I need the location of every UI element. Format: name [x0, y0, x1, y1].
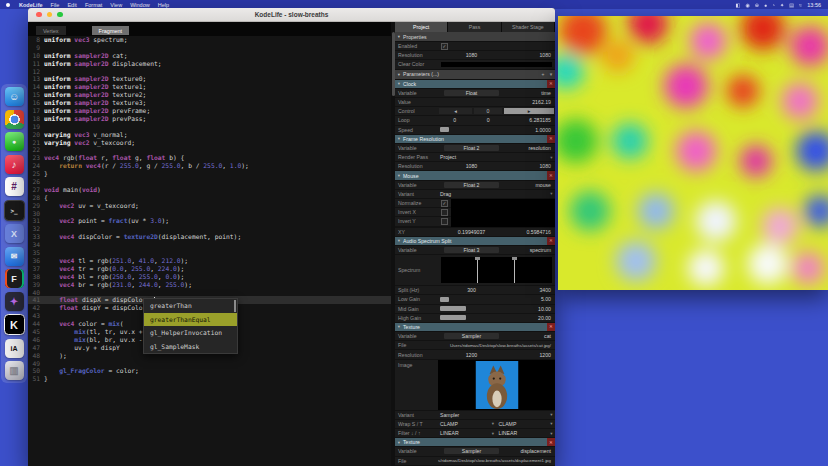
menu-window[interactable]: Window — [126, 2, 154, 8]
cat-filter-mag-dropdown[interactable]: LINEAR — [497, 430, 549, 436]
autocomplete-scrollbar[interactable] — [234, 300, 236, 312]
apple-menu-icon[interactable] — [6, 3, 10, 7]
code-line-10[interactable]: 10uniform sampler2D cat; — [28, 52, 395, 60]
dock-chrome-icon[interactable] — [5, 110, 24, 129]
code-line-12[interactable]: 12 — [28, 68, 395, 76]
code-line-27[interactable]: 27void main(void) — [28, 186, 395, 194]
audio-name-field[interactable]: spectrum — [505, 247, 555, 253]
code-line-24[interactable]: 24 return vec4(r / 255.0, g / 255.0, b /… — [28, 162, 395, 170]
dock-mail-icon[interactable]: ✉ — [5, 247, 24, 266]
code-line-36[interactable]: 36 vec4 tl = rgb(251.0, 41.0, 212.0); — [28, 257, 395, 265]
mouse-type-dropdown[interactable]: Float 2 — [444, 182, 499, 188]
dock-ia-writer-icon[interactable]: iA — [5, 339, 24, 358]
code-line-38[interactable]: 38 vec4 bl = rgb(250.0, 255.0, 0.0); — [28, 273, 395, 281]
code-line-37[interactable]: 37 vec4 tr = rgb(0.0, 255.0, 224.0); — [28, 265, 395, 273]
timemachine-icon[interactable]: ◔ — [770, 2, 778, 8]
clock-step-field[interactable]: 0 — [474, 108, 502, 114]
code-line-30[interactable]: 30 — [28, 210, 395, 218]
code-line-50[interactable]: 50 gl_FragColor = color; — [28, 367, 395, 375]
split-handle-low[interactable] — [477, 257, 478, 283]
dock-imovie-icon[interactable]: ✦ — [5, 292, 24, 311]
high-gain-value[interactable]: 20.00 — [505, 315, 555, 321]
code-line-16[interactable]: 16uniform sampler2D texture3; — [28, 99, 395, 107]
high-gain-slider[interactable] — [440, 315, 466, 320]
code-line-20[interactable]: 20varying vec3 v_normal; — [28, 131, 395, 139]
code-line-15[interactable]: 15uniform sampler2D texture2; — [28, 91, 395, 99]
audio-type-dropdown[interactable]: Float 3 — [444, 247, 499, 253]
mid-gain-value[interactable]: 10.00 — [505, 306, 555, 312]
code-line-29[interactable]: 29 vec2 uv = v_texcoord; — [28, 202, 395, 210]
section-texture-displacement[interactable]: ▾ Texture ✕ — [395, 438, 555, 447]
remove-clock-icon[interactable]: ✕ — [547, 80, 555, 88]
code-line-14[interactable]: 14uniform sampler2D texture1; — [28, 83, 395, 91]
low-gain-slider[interactable] — [440, 297, 449, 302]
fr-width-field[interactable]: 1080 — [438, 163, 505, 169]
speed-value[interactable]: 1.0000 — [505, 127, 555, 133]
loop-enabled-field[interactable]: 0 — [438, 117, 472, 123]
section-properties[interactable]: ▾ Properties — [395, 32, 555, 42]
add-parameter-icon[interactable]: + — [539, 71, 547, 77]
tab-fragment[interactable]: Fragment — [92, 26, 130, 35]
code-line-32[interactable]: 32 — [28, 225, 395, 233]
code-line-34[interactable]: 34 — [28, 241, 395, 249]
menu-format[interactable]: Format — [81, 2, 106, 8]
code-editor[interactable]: Vertex Fragment 8uniform vec3 spectrum;9… — [28, 22, 395, 466]
normalize-checkbox[interactable]: ✓ — [441, 200, 448, 207]
autocomplete-item-gl_HelperInvocation[interactable]: gl_HelperInvocation — [144, 326, 237, 340]
tab-pass[interactable]: Pass — [448, 22, 501, 32]
code-line-26[interactable]: 26 — [28, 178, 395, 186]
code-line-13[interactable]: 13uniform sampler2D texture0; — [28, 75, 395, 83]
dock-terminal-icon[interactable]: >_ — [4, 200, 25, 221]
mouse-trackpad[interactable] — [451, 199, 555, 227]
split-high-field[interactable]: 3400 — [505, 287, 555, 293]
code-line-49[interactable]: 49 — [28, 360, 395, 368]
code-line-51[interactable]: 51} — [28, 375, 395, 383]
code-line-8[interactable]: 8uniform vec3 spectrum; — [28, 36, 395, 44]
spectrum-display[interactable] — [441, 257, 552, 283]
remove-audio-icon[interactable]: ✕ — [547, 237, 555, 245]
resolution-width-field[interactable]: 1080 — [438, 52, 505, 58]
tab-project[interactable]: Project — [395, 22, 448, 32]
dock-trash-icon[interactable]: ▥ — [5, 361, 24, 380]
section-mouse[interactable]: ▾ Mouse ✕ — [395, 171, 555, 180]
code-line-17[interactable]: 17uniform sampler2D prevFrame; — [28, 107, 395, 115]
display-icon[interactable]: ◧ — [733, 2, 743, 8]
code-line-31[interactable]: 31 vec2 point = fract(uv * 3.0); — [28, 217, 395, 225]
dock-xcode-icon[interactable]: X — [5, 224, 24, 243]
code-line-40[interactable]: 40 — [28, 289, 395, 297]
resolution-height-field[interactable]: 1080 — [505, 52, 555, 58]
dock-slack-icon[interactable]: # — [5, 177, 24, 196]
dock-kodelife-icon[interactable]: K — [4, 314, 25, 335]
autocomplete-item-greaterThan[interactable]: greaterThan — [144, 299, 237, 313]
render-pass-dropdown[interactable]: Project — [438, 154, 548, 160]
section-parameters[interactable]: ▾ Parameters (...) + ▾ — [395, 70, 555, 80]
loop-start-field[interactable]: 0 — [472, 117, 506, 123]
wifi-icon[interactable]: ≈ — [796, 2, 804, 8]
menu-kodelife[interactable]: KodeLife — [15, 2, 47, 8]
cat-type-dropdown[interactable]: Sampler — [444, 333, 499, 339]
code-line-21[interactable]: 21varying vec2 v_texcoord; — [28, 139, 395, 147]
remove-mouse-icon[interactable]: ✕ — [547, 171, 555, 179]
cat-wrap-s-dropdown[interactable]: CLAMP — [438, 421, 490, 427]
tab-vertex[interactable]: Vertex — [36, 26, 66, 35]
dock-figma-icon[interactable]: F — [5, 269, 24, 288]
fr-name-field[interactable]: resolution — [505, 145, 555, 151]
fr-height-field[interactable]: 1080 — [505, 163, 555, 169]
code-line-11[interactable]: 11uniform sampler2D displacement; — [28, 60, 395, 68]
low-gain-value[interactable]: 5.00 — [505, 296, 555, 302]
tab-shader-stage[interactable]: Shader Stage — [502, 22, 555, 32]
cat-file-path[interactable]: /Users/ridomas/Desktop/slow-breaths/asse… — [438, 343, 555, 348]
clear-color-swatch[interactable] — [441, 62, 552, 68]
menu-view[interactable]: View — [106, 2, 126, 8]
section-audio-spectrum[interactable]: ▾ Audio Spectrum Split ✕ — [395, 237, 555, 246]
menu-edit[interactable]: Edit — [63, 2, 80, 8]
stats-icon[interactable]: ◉ — [743, 2, 752, 8]
remove-frame-resolution-icon[interactable]: ✕ — [547, 135, 555, 143]
clock-name-field[interactable]: time — [505, 90, 555, 96]
mid-gain-slider[interactable] — [440, 306, 466, 311]
menu-file[interactable]: File — [47, 2, 64, 8]
enabled-checkbox[interactable]: ✓ — [441, 43, 448, 50]
section-clock[interactable]: ▾ Clock ✕ — [395, 80, 555, 89]
dock-messages-icon[interactable]: ● — [5, 132, 24, 151]
code-line-33[interactable]: 33 vec4 dispColor = texture2D(displaceme… — [28, 233, 395, 241]
